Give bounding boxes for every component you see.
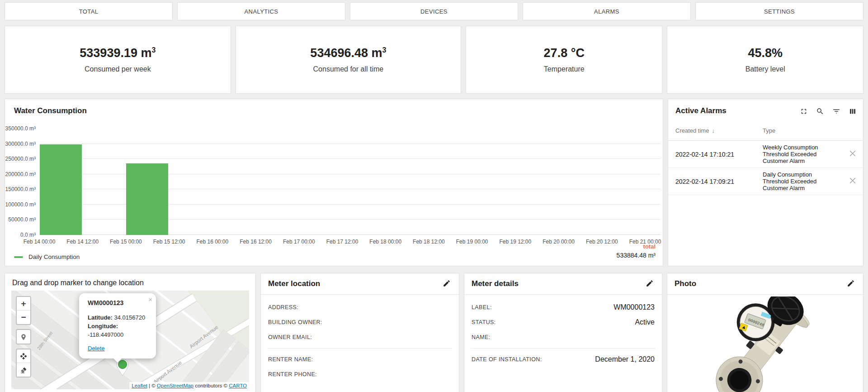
field-label: BUILDING OWNER: xyxy=(268,319,322,325)
map-attribution: Leaflet | © OpenStreetMap contributors ©… xyxy=(129,382,249,389)
x-tick-label: Feb 15 00:00 xyxy=(110,239,142,245)
column-created-time[interactable]: Created time ↓ xyxy=(675,127,763,134)
zoom-out-button[interactable]: − xyxy=(17,311,30,324)
alarms-table-header: Created time ↓ Type xyxy=(668,127,863,141)
stat-card: 533939.19 m3Consumed per week xyxy=(5,26,231,94)
field-label: DATE OF INSTALLATION: xyxy=(472,356,542,363)
move-marker-icon[interactable] xyxy=(17,349,30,363)
popup-device-name: WM0000123 xyxy=(88,299,147,306)
y-tick-label: 250000.0 m³ xyxy=(5,156,36,162)
field-label: ADDRESS: xyxy=(268,304,298,311)
alarms-toolbar xyxy=(799,106,858,116)
place-marker-icon[interactable] xyxy=(17,330,30,344)
y-tick-label: 350000.0 m³ xyxy=(5,125,36,132)
search-icon[interactable] xyxy=(815,106,825,116)
chart-legend[interactable]: Daily Consumption xyxy=(14,253,80,260)
x-tick-label: Feb 18 00:00 xyxy=(369,239,401,245)
tab-bar: TOTALANALYTICSDEVICESALARMSSETTINGS xyxy=(5,2,863,20)
carto-link[interactable]: CARTO xyxy=(229,383,247,388)
tab-settings[interactable]: SETTINGS xyxy=(695,2,863,20)
edit-icon[interactable] xyxy=(846,279,856,289)
column-type[interactable]: Type xyxy=(763,127,775,134)
map-canvas[interactable]: 28th Street Airport Avenue Airport Avenu… xyxy=(11,291,249,389)
field-row: OWNER EMAIL: xyxy=(268,333,452,341)
alarm-row: 2022-02-14 17:10:21Weekly Consumption Th… xyxy=(668,141,863,168)
popup-close-icon[interactable]: × xyxy=(148,296,152,303)
eraser-icon[interactable] xyxy=(17,363,30,377)
y-tick-label: 150000.0 m³ xyxy=(5,186,36,192)
x-tick-label: Feb 16 12:00 xyxy=(240,239,272,245)
stat-label: Consumed for all time xyxy=(313,65,384,73)
stat-card: 534696.48 m3Consumed for all time xyxy=(236,26,461,94)
tab-devices[interactable]: DEVICES xyxy=(350,2,518,20)
alarm-row: 2022-02-14 17:09:21Daily Consumption Thr… xyxy=(668,168,863,195)
total-label: total xyxy=(617,243,656,250)
stat-label: Battery level xyxy=(745,65,785,73)
field-row: NAME: xyxy=(472,333,655,341)
stat-card: 27.8 °CTemperature xyxy=(466,26,662,94)
latitude-value: 34.0156720 xyxy=(114,314,146,321)
consumption-bar[interactable] xyxy=(40,144,82,235)
field-row: DATE OF INSTALLATION:December 1, 2020 xyxy=(472,355,655,363)
x-tick-label: Feb 14 12:00 xyxy=(66,239,99,245)
place-marker-control xyxy=(16,329,31,344)
zoom-in-button[interactable]: + xyxy=(17,297,30,311)
alarm-close-button[interactable] xyxy=(847,148,859,160)
field-row: ADDRESS: xyxy=(268,303,452,311)
leaflet-link[interactable]: Leaflet xyxy=(132,383,147,388)
meter-location-card: Meter location ADDRESS:BUILDING OWNER:OW… xyxy=(260,273,459,392)
x-tick-label: Feb 14 00:00 xyxy=(24,239,56,245)
osm-link[interactable]: OpenStreetMap xyxy=(157,383,193,388)
stat-label: Temperature xyxy=(544,65,585,73)
x-tick-label: Feb 17 00:00 xyxy=(283,239,315,245)
consumption-bar[interactable] xyxy=(126,163,168,235)
divider xyxy=(267,348,453,349)
longitude-value: -118.4497000 xyxy=(88,331,123,338)
field-label: OWNER EMAIL: xyxy=(268,334,312,340)
map-card: Drag and drop marker to change location xyxy=(5,273,256,392)
alarm-close-button[interactable] xyxy=(847,176,859,187)
field-row: LABEL:WM0000123 xyxy=(472,303,655,311)
tab-total[interactable]: TOTAL xyxy=(5,2,173,20)
alarm-type: Daily Consumption Threshold Exceeded Cus… xyxy=(763,171,834,191)
legend-series-label: Daily Consumption xyxy=(28,253,80,260)
y-axis-labels: 0.0 m³50000.0 m³100000.0 m³150000.0 m³20… xyxy=(5,129,36,235)
columns-icon[interactable] xyxy=(848,106,858,116)
y-tick-label: 50000.0 m³ xyxy=(5,216,36,223)
edit-icon[interactable] xyxy=(442,279,452,289)
tab-alarms[interactable]: ALARMS xyxy=(523,2,691,20)
card-title: Meter details xyxy=(472,279,519,288)
field-label: LABEL: xyxy=(472,304,492,311)
active-alarms-card: Active Alarms Created time ↓ xyxy=(668,99,863,266)
map-popup: × WM0000123 Latitude: 34.0156720 Longitu… xyxy=(79,293,156,359)
legend-color-dash xyxy=(14,256,23,258)
x-tick-label: Feb 16 00:00 xyxy=(196,239,228,245)
card-header: Meter location xyxy=(261,273,459,295)
photo-card: Photo xyxy=(667,273,863,392)
consumption-plot: Feb 14 00:00Feb 14 12:00Feb 15 00:00Feb … xyxy=(39,129,645,235)
stat-value: 27.8 °C xyxy=(544,46,585,60)
x-tick-label: Feb 19 00:00 xyxy=(456,239,488,245)
filter-icon[interactable] xyxy=(831,106,841,116)
edit-icon[interactable] xyxy=(645,279,655,289)
field-row: RENTER PHONE: xyxy=(268,370,452,378)
alarms-table-body: 2022-02-14 17:10:21Weekly Consumption Th… xyxy=(668,141,863,195)
field-label: NAME: xyxy=(472,334,491,340)
delete-link[interactable]: Delete xyxy=(88,345,105,352)
tab-analytics[interactable]: ANALYTICS xyxy=(177,2,345,20)
sort-desc-icon[interactable]: ↓ xyxy=(712,127,715,134)
map-title: Drag and drop marker to change location xyxy=(5,273,255,291)
x-tick-label: Feb 17 12:00 xyxy=(326,239,359,245)
alarm-time: 2022-02-14 17:09:21 xyxy=(675,178,763,185)
latitude-line: Latitude: 34.0156720 xyxy=(88,314,147,322)
field-row: STATUS:Active xyxy=(472,318,655,326)
card-header: Photo xyxy=(667,273,863,295)
edit-controls xyxy=(16,349,31,378)
attribution-text: | © xyxy=(147,383,157,388)
x-tick-label: Feb 15 12:00 xyxy=(153,239,185,245)
alarm-type: Weekly Consumption Threshold Exceeded Cu… xyxy=(763,144,834,164)
fullscreen-icon[interactable] xyxy=(799,106,809,116)
y-tick-label: 100000.0 m³ xyxy=(5,201,36,208)
field-label: STATUS: xyxy=(472,319,496,325)
x-tick-label: Feb 19 12:00 xyxy=(499,239,531,245)
